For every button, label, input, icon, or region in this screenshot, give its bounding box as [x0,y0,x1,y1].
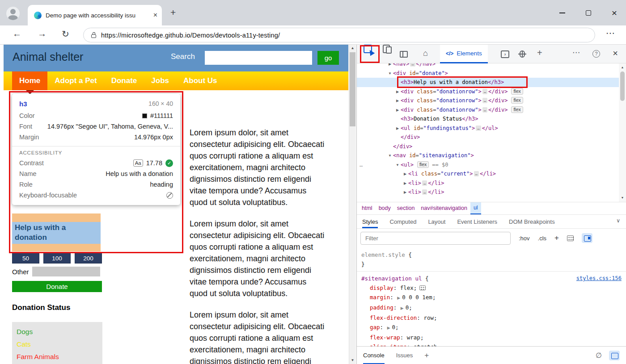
styles-filter-input[interactable] [360,232,511,245]
css-property-flex-direction[interactable]: flex-direction: row; [361,313,622,322]
nav-item-adopt-a-pet[interactable]: Adopt a Pet [47,71,104,90]
back-button[interactable]: ← [13,29,21,39]
tree-node[interactable]: </div> [357,142,619,151]
profile-avatar[interactable] [6,7,20,20]
breadcrumb-body[interactable]: body [376,202,394,214]
lock-icon [91,34,96,38]
tree-node[interactable]: ▶<div class="donationrow">…</div>flex [357,96,619,105]
paragraph: Lorem ipsum dolor, sit ametconsectetur a… [190,127,324,208]
device-emulation-icon[interactable] [383,45,390,53]
devtools-help-button[interactable]: ? [592,50,600,58]
sidebar-tab-dom-breakpoints[interactable]: DOM Breakpoints [509,215,555,228]
toggle-class-button[interactable]: .cls [538,235,547,242]
nav-item-jobs[interactable]: Jobs [144,71,176,90]
flex-badge[interactable]: flex [511,106,523,113]
css-property-margin[interactable]: margin: ▶0 0 0 1em; [361,293,622,303]
add-tool-button[interactable]: + [537,48,542,58]
new-style-rule-button[interactable]: + [554,234,559,243]
forward-button[interactable]: → [38,29,47,39]
contrast-label: Contrast [19,159,44,167]
reload-button[interactable]: ↻ [62,29,69,39]
flex-badge[interactable]: flex [417,161,429,168]
css-property-gap[interactable]: gap: ▶0; [361,322,622,333]
tree-node[interactable]: ▶<li>…</li> [357,179,619,188]
debugger-bug-icon[interactable] [520,50,525,58]
css-property-padding[interactable]: padding: ▶0; [361,303,622,313]
tab-elements[interactable]: </> Elements [440,45,488,63]
inspect-tool-icon[interactable] [364,45,372,53]
tree-node[interactable]: ▶<nav>…</nav> [357,63,619,69]
browser-tab[interactable]: Demo page with accessibility issu × [28,5,162,25]
amount-button-50[interactable]: 50 [12,253,39,264]
scroll-up-icon[interactable]: ▲ [349,45,356,52]
clear-console-icon[interactable]: ∅ [596,351,602,360]
tree-node[interactable]: <h3>Donation Status</h3> [357,114,619,124]
devtools-more-button[interactable]: ⋯ [572,48,580,57]
scroll-down-icon[interactable]: ▼ [349,357,356,364]
devtools-close-button[interactable]: × [613,48,618,59]
stylesheet-source-link[interactable]: styles.css:156 [576,274,622,283]
element-style-rule[interactable]: element.style { [361,250,622,259]
chevron-down-icon[interactable]: ∨ [616,218,620,224]
breadcrumb-html[interactable]: html [359,202,376,214]
url-field[interactable]: https://microsoftedge.github.io/Demos/de… [83,28,595,42]
flex-badge[interactable]: flex [511,88,523,95]
donate-button[interactable]: Donate [12,281,102,292]
window-maximize-button[interactable] [586,10,591,16]
tree-node[interactable]: …▼<ul>flex== $0 [357,160,619,170]
tree-node[interactable]: <h3>Help us with a donation</h3> [357,78,619,87]
breadcrumb-ul[interactable]: ul [470,202,481,214]
other-amount-input[interactable] [32,267,100,276]
tree-node[interactable]: ▶<ul id="fundingstatus">…</ul> [357,124,619,133]
window-close-button[interactable]: × [612,8,617,17]
tree-node[interactable]: ▶<li class="current">…</li> [357,169,619,179]
scroll-down-icon[interactable]: ▼ [619,195,626,201]
color-swatch [142,113,147,118]
tree-node[interactable]: ▶<li>…</li> [357,188,619,197]
window-minimize-button[interactable] [559,13,565,13]
sidebar-tab-layout[interactable]: Layout [428,215,445,228]
tooltip-accessibility-header: ACCESSIBILITY [19,150,173,155]
tree-node[interactable]: </div> [357,133,619,142]
css-property-align-items[interactable]: align-items: stretch; [361,342,622,346]
tree-node[interactable]: ▼<nav id="sitenavigation"> [357,151,619,160]
nav-item-about-us[interactable]: About Us [176,71,224,90]
welcome-tab-home-icon[interactable]: ⌂ [423,49,428,58]
scrollbar-thumb[interactable] [350,52,355,126]
breadcrumb-nav-sitenavigation[interactable]: nav#sitenavigation [418,202,470,214]
nav-item-donate[interactable]: Donate [104,71,144,90]
tree-node[interactable]: ▼<div id="donate"> [357,69,619,78]
console-tool-icon[interactable]: › [501,50,509,58]
amount-button-200[interactable]: 200 [75,253,102,264]
css-property-display[interactable]: display: flex; [361,283,622,293]
browser-menu-button[interactable]: ⋯ [606,28,615,38]
drawer-tab-console[interactable]: Console [363,347,385,364]
search-input[interactable] [205,51,312,65]
css-rule-selector[interactable]: #sitenavigation ul { [361,274,429,283]
drawer-tab-issues[interactable]: Issues [396,347,413,364]
nav-item-home[interactable]: Home [12,71,47,90]
scrollbar-thumb[interactable] [620,71,625,101]
sidebar-tab-styles[interactable]: Styles [362,215,378,228]
breadcrumb-section[interactable]: section [394,202,418,214]
drawer-add-tab-button[interactable]: + [424,351,429,360]
css-property-flex-wrap[interactable]: flex-wrap: wrap; [361,333,622,342]
dock-layout-icon[interactable] [400,51,408,58]
toggle-hover-state-button[interactable]: :hov [519,235,530,242]
tree-node[interactable]: ▶<div class="donationrow">…</div>flex [357,87,619,96]
flex-editor-icon[interactable] [419,285,426,290]
grid-overlay-icon[interactable] [567,235,574,241]
scroll-up-icon[interactable]: ▲ [619,64,626,71]
page-scrollbar[interactable]: ▲ ▼ [349,45,356,364]
tab-close-icon[interactable]: × [153,12,157,19]
sidebar-tab-computed[interactable]: Computed [389,215,416,228]
sidebar-tab-event-listeners[interactable]: Event Listeners [457,215,497,228]
new-tab-button[interactable]: + [170,7,176,18]
flex-badge[interactable]: flex [511,97,523,104]
tree-scrollbar[interactable]: ▲ ▼ [619,63,626,202]
expand-drawer-icon[interactable] [609,351,620,360]
tree-node[interactable]: ▶<div class="donationrow">…</div>flex [357,105,619,115]
amount-button-100[interactable]: 100 [43,253,71,264]
search-go-button[interactable]: go [317,51,339,65]
styles-sidebar-toggle-icon[interactable] [582,233,592,243]
